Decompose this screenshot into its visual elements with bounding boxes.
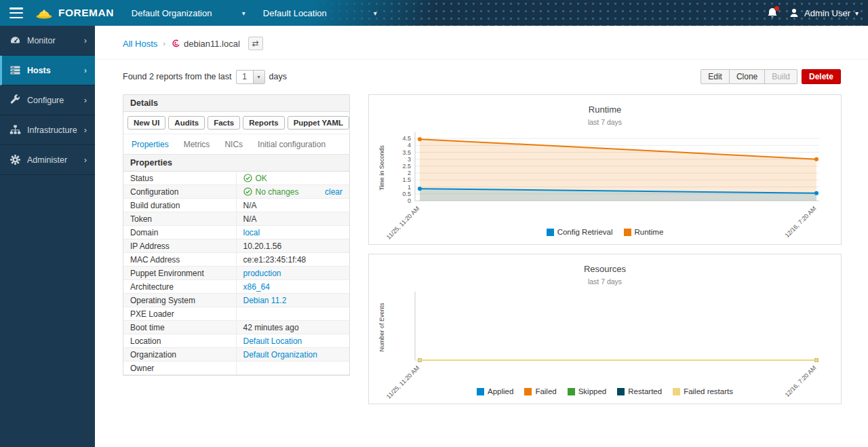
legend-swatch [617, 388, 625, 395]
tab-metrics[interactable]: Metrics [184, 140, 210, 149]
legend-item-config-retrieval[interactable]: Config Retrieval [547, 228, 613, 236]
property-label: PXE Loader [123, 307, 237, 320]
legend-swatch [477, 388, 484, 395]
host-actions: EditCloneBuildDelete [701, 69, 841, 84]
breadcrumb-host-name: debian11.local [184, 39, 240, 49]
tab-nics[interactable]: NICs [224, 140, 243, 149]
property-label: Location [123, 334, 237, 347]
property-row-pxe-loader: PXE Loader [123, 307, 349, 321]
sidebar-item-configure[interactable]: Configure› [0, 85, 95, 115]
caret-down-icon: ▾ [253, 71, 264, 83]
property-value: N/A [243, 214, 257, 224]
chevron-right-icon: › [84, 95, 87, 105]
sidebar-item-infrastructure[interactable]: Infrastructure› [0, 115, 95, 145]
reports-found-text: Found 2 reports from the last [123, 72, 232, 81]
svg-text:0: 0 [408, 197, 411, 204]
puppet-yaml-button[interactable]: Puppet YAML [288, 116, 349, 130]
delete-button[interactable]: Delete [802, 69, 841, 84]
legend-item-applied[interactable]: Applied [477, 387, 513, 395]
property-label: Token [123, 212, 237, 225]
svg-text:2.5: 2.5 [402, 163, 411, 170]
property-value-link[interactable]: Default Organization [243, 350, 317, 359]
sidebar-item-hosts[interactable]: Hosts› [0, 56, 95, 85]
days-label: days [269, 72, 287, 81]
details-buttons: New UIAuditsFactsReportsPuppet YAML [123, 112, 349, 134]
tab-properties[interactable]: Properties [132, 140, 169, 149]
sidebar-item-monitor[interactable]: Monitor› [0, 26, 95, 56]
sidebar-item-label: Hosts [27, 66, 51, 75]
charts-column: Runtimelast 7 days00.511.522.533.544.511… [368, 94, 842, 413]
property-row-owner: Owner [123, 362, 349, 375]
hardhat-icon [35, 7, 53, 20]
property-value: N/A [243, 201, 257, 210]
user-icon [789, 7, 800, 18]
property-label: Owner [123, 362, 237, 374]
legend-item-skipped[interactable]: Skipped [568, 387, 607, 395]
wrench-icon [9, 94, 21, 106]
runtime-chart-svg: 00.511.522.533.544.511/25, 11:20 AM12/16… [376, 130, 834, 240]
chart-legend: AppliedFailedSkippedRestartedFailed rest… [376, 387, 834, 400]
new-ui-button[interactable]: New UI [127, 116, 165, 130]
action-button-group: EditCloneBuild [701, 69, 797, 84]
clone-button[interactable]: Clone [730, 69, 765, 84]
properties-title: Properties [123, 155, 349, 172]
legend-label: Applied [488, 387, 513, 395]
details-panel: Details New UIAuditsFactsReportsPuppet Y… [123, 94, 350, 376]
sidebar-item-label: Configure [27, 96, 64, 105]
legend-item-runtime[interactable]: Runtime [624, 228, 664, 236]
property-row-puppet-environment: Puppet Environmentproduction [123, 267, 349, 280]
gear-icon [9, 154, 21, 166]
property-row-domain: Domainlocal [123, 226, 349, 239]
switch-host-icon[interactable]: ⇄ [248, 37, 263, 50]
property-value: ce:e1:23:45:1f:48 [243, 255, 307, 265]
property-label: Status [123, 172, 237, 184]
property-value-link[interactable]: x86_64 [243, 282, 270, 292]
edit-button[interactable]: Edit [701, 69, 730, 84]
chevron-right-icon: › [84, 35, 87, 45]
property-value-link[interactable]: Default Location [243, 336, 302, 346]
breadcrumb: All Hosts › debian11.local ⇄ [95, 26, 868, 60]
gauge-icon [9, 35, 21, 46]
chart-subtitle: last 7 days [376, 118, 834, 126]
chart-title: Runtime [376, 104, 834, 115]
chart-legend: Config RetrievalRuntime [376, 228, 834, 240]
property-value-link[interactable]: Debian 11.2 [243, 296, 287, 305]
breadcrumb-host: debian11.local [171, 39, 240, 49]
legend-item-failed-restarts[interactable]: Failed restarts [673, 387, 733, 395]
server-icon [9, 64, 21, 76]
property-row-configuration: ConfigurationNo changesclear [123, 185, 349, 199]
bell-icon[interactable] [767, 7, 778, 19]
tab-initial-configuration[interactable]: Initial configuration [258, 140, 326, 149]
svg-text:3.5: 3.5 [402, 149, 411, 156]
properties-table: StatusOKConfigurationNo changesclearBuil… [123, 172, 349, 375]
debian-logo-icon [171, 39, 180, 48]
chevron-right-icon: › [84, 125, 87, 135]
days-select[interactable]: 1 ▾ [236, 70, 265, 84]
audits-button[interactable]: Audits [168, 116, 205, 130]
property-label: Operating System [123, 294, 237, 307]
legend-label: Runtime [635, 228, 664, 236]
legend-label: Failed [535, 387, 556, 395]
menu-icon[interactable] [9, 7, 23, 18]
main-content: All Hosts › debian11.local ⇄ Found 2 rep… [95, 26, 868, 447]
property-row-mac-address: MAC Addressce:e1:23:45:1f:48 [123, 253, 349, 267]
check-circle-icon [243, 174, 252, 182]
reports-button[interactable]: Reports [243, 116, 284, 130]
breadcrumb-all-hosts-link[interactable]: All Hosts [123, 39, 157, 49]
legend-item-failed[interactable]: Failed [524, 387, 556, 395]
location-selector[interactable]: Default Location ▾ [263, 8, 377, 18]
legend-label: Failed restarts [684, 387, 733, 395]
user-menu[interactable]: Admin User ▾ [789, 7, 859, 18]
foreman-brand[interactable]: FOREMAN [35, 7, 114, 20]
property-value-link[interactable]: production [243, 269, 281, 278]
facts-button[interactable]: Facts [208, 116, 240, 130]
legend-item-restarted[interactable]: Restarted [617, 387, 662, 395]
chart-subtitle: last 7 days [376, 277, 834, 286]
property-value-link[interactable]: local [243, 228, 260, 237]
property-value: No changes [256, 187, 299, 197]
clear-link[interactable]: clear [325, 187, 342, 197]
sidebar-item-administer[interactable]: Administer› [0, 145, 95, 175]
organization-selector[interactable]: Default Organization ▾ [132, 8, 245, 18]
legend-label: Skipped [578, 387, 607, 395]
property-label: Organization [123, 348, 237, 361]
